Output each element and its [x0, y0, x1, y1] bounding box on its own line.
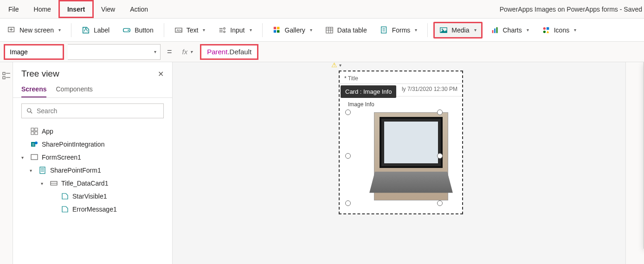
- chevron-down-icon: ▾: [474, 27, 477, 32]
- tree-node-formscreen[interactable]: ▾ FormScreen1: [13, 151, 172, 164]
- gallery-button[interactable]: Gallery ▾: [268, 23, 317, 37]
- media-button[interactable]: Media ▾: [433, 22, 482, 39]
- tree-node-errormessage[interactable]: ErrorMessage1: [13, 203, 172, 216]
- media-label: Media: [451, 26, 469, 34]
- warning-icon: ⚠: [331, 61, 337, 69]
- tree-view-rail-icon[interactable]: [2, 71, 11, 80]
- button-button[interactable]: Button: [118, 23, 158, 37]
- chevron-down-icon: ▾: [310, 27, 312, 32]
- svg-rect-12: [273, 26, 276, 29]
- charts-button[interactable]: Charts ▾: [486, 23, 534, 37]
- label-icon: [82, 26, 90, 34]
- forms-button[interactable]: Forms ▾: [375, 23, 422, 37]
- tree-search[interactable]: [21, 103, 164, 118]
- datacard-icon: [50, 180, 58, 187]
- charts-icon: [491, 26, 499, 34]
- property-selector[interactable]: Image: [4, 44, 64, 60]
- search-input[interactable]: [37, 107, 159, 115]
- left-rail: [0, 62, 13, 264]
- image-control[interactable]: [348, 112, 457, 205]
- gallery-icon: [273, 26, 281, 34]
- svg-rect-14: [273, 30, 276, 32]
- formula-token-default: .Default: [227, 48, 251, 56]
- card-tooltip: Card : Image Info: [341, 85, 396, 98]
- tree-tabs: Screens Components: [13, 83, 172, 98]
- tree-node-starvisible[interactable]: StarVisible1: [13, 190, 172, 203]
- resize-handle[interactable]: [437, 153, 443, 159]
- menu-tab-file[interactable]: File: [1, 0, 26, 18]
- chevron-down-icon[interactable]: ▾: [41, 181, 46, 186]
- fx-label: fx: [182, 48, 188, 56]
- input-button[interactable]: Input ▾: [213, 23, 256, 37]
- node-label: FormScreen1: [42, 154, 81, 161]
- menu-tab-insert[interactable]: Insert: [58, 0, 94, 18]
- menu-tab-view[interactable]: View: [94, 0, 122, 18]
- app-title: PowerApps Images on PowerApps forms - Sa…: [500, 6, 644, 13]
- icons-label: Icons: [554, 26, 569, 34]
- text-icon: Abc: [174, 26, 183, 34]
- tree-tab-components[interactable]: Components: [56, 83, 92, 97]
- formula-input[interactable]: Parent.Default: [200, 44, 258, 60]
- svg-rect-13: [277, 26, 279, 29]
- resize-handle[interactable]: [437, 200, 443, 206]
- chevron-down-icon: ▾: [154, 49, 156, 54]
- svg-point-45: [35, 142, 38, 144]
- chevron-down-icon[interactable]: ▾: [30, 168, 35, 173]
- input-icon: [218, 26, 226, 34]
- svg-rect-16: [326, 27, 333, 33]
- data-table-label: Data table: [337, 26, 367, 34]
- svg-rect-27: [492, 30, 493, 33]
- resize-handle[interactable]: [345, 109, 351, 115]
- svg-rect-28: [494, 28, 496, 33]
- icons-button[interactable]: Icons ▾: [537, 23, 581, 37]
- menu-tab-home[interactable]: Home: [26, 0, 58, 18]
- svg-rect-46: [31, 155, 38, 160]
- fx-button[interactable]: fx ▾: [179, 48, 197, 56]
- node-label: Title_DataCard1: [61, 180, 108, 187]
- search-icon: [26, 108, 33, 114]
- svg-rect-47: [40, 167, 45, 174]
- right-panel-collapsed[interactable]: [625, 62, 644, 264]
- chevron-down-icon: ▾: [339, 63, 341, 68]
- menu-tab-action[interactable]: Action: [122, 0, 155, 18]
- svg-point-4: [128, 29, 129, 31]
- tree-node-sharepoint-integration[interactable]: S SharePointIntegration: [13, 138, 172, 151]
- new-screen-icon: [7, 26, 16, 34]
- new-screen-button[interactable]: New screen ▾: [3, 23, 65, 37]
- gallery-label: Gallery: [285, 26, 305, 34]
- tree-node-sharepointform[interactable]: ▾ SharePointForm1: [13, 164, 172, 177]
- svg-point-26: [442, 28, 443, 30]
- svg-rect-21: [381, 26, 386, 33]
- resize-handle[interactable]: [437, 109, 443, 115]
- app-icon: [31, 128, 38, 135]
- tree-node-app[interactable]: App: [13, 125, 172, 138]
- text-button[interactable]: Abc Text ▾: [170, 23, 210, 37]
- chevron-down-icon: ▾: [190, 49, 193, 54]
- warning-indicator[interactable]: ⚠ ▾: [331, 61, 341, 69]
- svg-line-38: [31, 112, 32, 114]
- main-area: Tree view ✕ Screens Components App S Sha…: [0, 62, 644, 264]
- chevron-down-icon[interactable]: ▾: [21, 155, 27, 160]
- svg-rect-40: [35, 128, 38, 131]
- canvas[interactable]: ⚠ ▾ Card : Image Info * Title ly 7/31/20…: [173, 62, 625, 264]
- data-table-button[interactable]: Data table: [321, 23, 372, 37]
- data-table-icon: [325, 26, 334, 34]
- svg-point-30: [543, 27, 545, 29]
- tree-node-title-datacard[interactable]: ▾ Title_DataCard1: [13, 177, 172, 190]
- equals-sign: =: [164, 47, 175, 57]
- svg-rect-33: [3, 72, 5, 75]
- close-icon[interactable]: ✕: [158, 70, 164, 78]
- svg-rect-41: [31, 132, 34, 135]
- svg-point-11: [224, 31, 225, 32]
- resize-handle[interactable]: [345, 200, 351, 206]
- resize-handle[interactable]: [345, 153, 351, 159]
- image-preview-screen: [380, 117, 443, 168]
- label-button[interactable]: Label: [77, 23, 114, 37]
- charts-label: Charts: [503, 26, 522, 34]
- forms-icon: [380, 26, 388, 34]
- property-dropdown[interactable]: ▾: [68, 44, 161, 60]
- node-label: ErrorMessage1: [72, 206, 117, 213]
- node-label: SharePointForm1: [50, 167, 101, 174]
- tree-list: App S SharePointIntegration ▾ FormScreen…: [13, 124, 172, 264]
- tree-tab-screens[interactable]: Screens: [21, 83, 46, 97]
